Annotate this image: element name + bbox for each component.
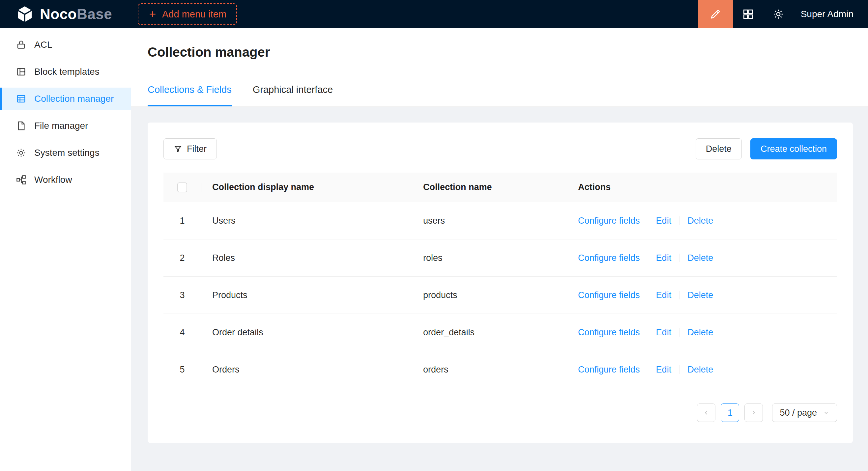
cell-display-name: Order details [201,327,412,338]
action-divider [648,328,648,337]
action-divider [679,254,680,262]
action-divider [679,216,680,225]
sidebar-item-label: Collection manager [34,94,114,104]
configure-fields-link[interactable]: Configure fields [578,253,640,263]
cell-collection-name: orders [412,365,567,375]
header-right-cluster: Super Admin [698,0,868,28]
action-divider [648,291,648,299]
page-size-select[interactable]: 50 / page [772,403,837,422]
user-name[interactable]: Super Admin [801,9,854,20]
gear-icon [772,8,784,20]
cell-display-name: Roles [201,253,412,263]
pagination: 1 50 / page [163,403,837,422]
tab-bar: Collections & Fields Graphical interface [148,84,868,106]
brand-text: NocoBase [40,6,112,23]
delete-button-label: Delete [706,144,732,154]
add-menu-item-button[interactable]: Add menu item [138,3,237,25]
select-all-checkbox[interactable] [177,182,187,192]
chevron-right-icon [750,409,757,416]
cell-actions: Configure fields Edit Delete [567,253,837,263]
brand-logo: NocoBase [0,5,131,23]
select-all-cell [163,182,201,193]
edit-link[interactable]: Edit [656,216,672,226]
create-collection-label: Create collection [761,144,827,154]
plugin-manager-button[interactable] [738,0,758,28]
plugin-grid-icon [742,8,754,20]
action-divider [648,365,648,374]
app-root: NocoBase Add menu item [0,0,868,471]
table-toolbar: Filter Delete Create collection [163,138,837,160]
edit-link[interactable]: Edit [656,290,672,300]
logo-cube-icon [16,5,34,23]
sidebar-item-label: Block templates [34,67,99,77]
chevron-down-icon [823,409,830,416]
tab-collections-fields[interactable]: Collections & Fields [148,84,232,106]
action-divider [648,254,648,262]
cell-actions: Configure fields Edit Delete [567,216,837,226]
top-header: NocoBase Add menu item [0,0,868,28]
page-size-value: 50 / page [780,408,817,418]
sidebar-item-label: Workflow [34,175,72,185]
tab-graphical-interface[interactable]: Graphical interface [253,84,333,106]
table-row: 4 Order details order_details Configure … [163,314,837,351]
row-index: 1 [163,216,201,226]
sidebar-item-label: ACL [34,39,52,50]
content-area: Filter Delete Create collection [131,107,868,471]
main-area: Collection manager Collections & Fields … [131,28,868,471]
edit-link[interactable]: Edit [656,327,672,338]
sidebar-item-acl[interactable]: ACL [0,34,131,56]
ui-editor-button[interactable] [698,0,733,28]
edit-link[interactable]: Edit [656,365,672,375]
configure-fields-link[interactable]: Configure fields [578,216,640,226]
collection-table-icon [16,94,26,104]
filter-button[interactable]: Filter [163,138,217,160]
action-divider [679,291,680,299]
delete-link[interactable]: Delete [687,253,713,263]
plus-icon [148,10,157,19]
sidebar-item-workflow[interactable]: Workflow [0,169,131,191]
action-divider [648,216,648,225]
app-body: ACL Block templates Collection manager F… [0,28,868,471]
pagination-prev-button[interactable] [697,403,715,422]
configure-fields-link[interactable]: Configure fields [578,327,640,338]
cell-actions: Configure fields Edit Delete [567,365,837,375]
configure-fields-link[interactable]: Configure fields [578,290,640,300]
sidebar-item-system-settings[interactable]: System settings [0,142,131,164]
edit-link[interactable]: Edit [656,253,672,263]
chevron-left-icon [703,409,710,416]
collections-table: Collection display name Collection name … [163,173,837,388]
row-index: 2 [163,253,201,263]
pagination-next-button[interactable] [744,403,763,422]
delete-link[interactable]: Delete [687,365,713,375]
column-header-collection-name: Collection name [412,182,567,192]
collections-card: Filter Delete Create collection [148,123,853,443]
sidebar-item-label: File manager [34,121,88,131]
page-header: Collection manager Collections & Fields … [131,28,868,107]
action-divider [679,328,680,337]
sidebar-item-block-templates[interactable]: Block templates [0,61,131,83]
cell-collection-name: users [412,216,567,226]
configure-fields-link[interactable]: Configure fields [578,365,640,375]
file-icon [16,121,26,131]
delete-button[interactable]: Delete [696,138,742,160]
table-row: 5 Orders orders Configure fields Edit De… [163,351,837,388]
table-header-row: Collection display name Collection name … [163,173,837,202]
sidebar-item-collection-manager[interactable]: Collection manager [0,88,131,110]
sidebar-item-label: System settings [34,147,99,158]
table-row: 1 Users users Configure fields Edit Dele… [163,202,837,239]
delete-link[interactable]: Delete [687,290,713,300]
brand-secondary: Base [77,6,112,22]
system-settings-button[interactable] [768,0,789,28]
row-index: 4 [163,327,201,338]
sidebar-item-file-manager[interactable]: File manager [0,114,131,137]
create-collection-button[interactable]: Create collection [750,138,837,160]
ui-editor-pen-icon [709,8,722,21]
delete-link[interactable]: Delete [687,216,713,226]
block-template-icon [16,67,26,77]
action-divider [679,365,680,374]
cell-collection-name: products [412,290,567,300]
delete-link[interactable]: Delete [687,327,713,338]
table-row: 3 Products products Configure fields Edi… [163,277,837,314]
cell-display-name: Orders [201,365,412,375]
pagination-page-1[interactable]: 1 [721,403,739,422]
